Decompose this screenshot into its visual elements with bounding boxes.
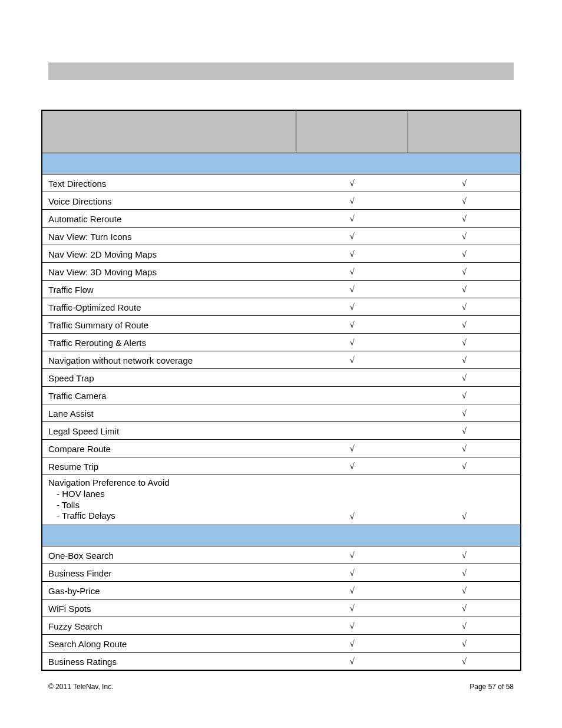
feature-label: Fuzzy Search (48, 621, 103, 631)
feature-table: Text Directions√√Voice Directions√√Autom… (42, 110, 521, 670)
feature-col-a: √ (296, 546, 408, 564)
feature-label: WiFi Spots (48, 604, 91, 614)
footer-page-number: Page 57 of 58 (470, 683, 514, 691)
feature-label-cell: Lane Assist (42, 404, 296, 422)
feature-col-b: √ (408, 387, 521, 404)
feature-col-b: √ (408, 546, 521, 564)
feature-label-cell: Traffic-Optimized Route (42, 298, 296, 316)
feature-label: Navigation Preference to Avoid (48, 477, 170, 487)
table-row: Fuzzy Search√√ (42, 617, 521, 635)
check-icon: √ (350, 604, 355, 613)
page-footer: © 2011 TeleNav, Inc. Page 57 of 58 (48, 683, 514, 691)
feature-sub-label: - Tolls (48, 500, 290, 511)
feature-label: Traffic Flow (48, 285, 94, 295)
feature-col-b: √ (408, 599, 521, 617)
check-icon: √ (350, 551, 355, 560)
feature-col-a: √ (296, 298, 408, 316)
table-row: Voice Directions√√ (42, 192, 521, 210)
table-row: Traffic Flow√√ (42, 281, 521, 298)
check-icon: √ (350, 338, 355, 347)
check-icon: √ (350, 267, 355, 276)
check-icon: √ (462, 621, 467, 631)
header-cell (408, 111, 521, 153)
feature-col-a: √ (296, 617, 408, 635)
feature-col-a (296, 387, 408, 404)
feature-sub-label: - HOV lanes (48, 489, 290, 500)
table-row: Business Finder√√ (42, 564, 521, 582)
feature-col-a: √ (296, 475, 408, 525)
table-row: Resume Trip√√ (42, 457, 521, 475)
feature-col-b: √ (408, 457, 521, 475)
footer-copyright: © 2011 TeleNav, Inc. (48, 683, 113, 691)
table-row: Nav View: 2D Moving Maps√√ (42, 245, 521, 263)
check-icon: √ (350, 355, 355, 365)
feature-label: Resume Trip (48, 462, 98, 472)
header-bar (48, 62, 514, 80)
feature-col-a: √ (296, 192, 408, 210)
check-icon: √ (462, 639, 467, 648)
feature-label-cell: One-Box Search (42, 546, 296, 564)
table-row: One-Box Search√√ (42, 546, 521, 564)
feature-col-b: √ (408, 440, 521, 457)
section-divider (42, 525, 521, 546)
check-icon: √ (462, 320, 467, 330)
feature-label: Business Finder (48, 568, 112, 578)
check-icon: √ (462, 267, 467, 276)
table-row: Traffic Summary of Route√√ (42, 316, 521, 334)
feature-label: Nav View: 2D Moving Maps (48, 249, 157, 259)
feature-label: Traffic Rerouting & Alerts (48, 338, 146, 348)
feature-col-b: √ (408, 281, 521, 298)
feature-col-a (296, 369, 408, 387)
feature-label-cell: Business Finder (42, 564, 296, 582)
check-icon: √ (462, 657, 467, 666)
feature-label-cell: Nav View: Turn Icons (42, 228, 296, 245)
check-icon: √ (462, 551, 467, 560)
feature-label: Nav View: Turn Icons (48, 232, 131, 242)
feature-col-a: √ (296, 599, 408, 617)
feature-label-cell: Traffic Camera (42, 387, 296, 404)
feature-label-cell: Business Ratings (42, 653, 296, 670)
feature-label: Traffic-Optimized Route (48, 302, 141, 312)
feature-label: Business Ratings (48, 657, 117, 667)
check-icon: √ (350, 232, 355, 241)
check-icon: √ (350, 302, 355, 312)
feature-col-a: √ (296, 582, 408, 599)
feature-label-cell: Nav View: 2D Moving Maps (42, 245, 296, 263)
feature-label-cell: Resume Trip (42, 457, 296, 475)
table-row: Traffic Camera√ (42, 387, 521, 404)
feature-col-a: √ (296, 263, 408, 281)
feature-col-a (296, 404, 408, 422)
header-cell (42, 111, 296, 153)
check-icon: √ (462, 285, 467, 294)
feature-col-b: √ (408, 617, 521, 635)
feature-col-b: √ (408, 298, 521, 316)
table-row: Speed Trap√ (42, 369, 521, 387)
feature-col-a: √ (296, 316, 408, 334)
feature-label-cell: Traffic Rerouting & Alerts (42, 334, 296, 351)
feature-label-cell: Automatic Reroute (42, 210, 296, 228)
check-icon: √ (462, 409, 467, 418)
feature-col-b: √ (408, 564, 521, 582)
feature-label-cell: Nav View: 3D Moving Maps (42, 263, 296, 281)
feature-label-cell: Traffic Flow (42, 281, 296, 298)
feature-col-b: √ (408, 351, 521, 369)
feature-label: Traffic Summary of Route (48, 320, 148, 330)
table-row: Traffic Rerouting & Alerts√√ (42, 334, 521, 351)
table-row: Compare Route√√ (42, 440, 521, 457)
check-icon: √ (350, 462, 355, 471)
feature-col-a: √ (296, 457, 408, 475)
feature-label-cell: Voice Directions (42, 192, 296, 210)
feature-label: Automatic Reroute (48, 214, 121, 224)
check-icon: √ (350, 657, 355, 666)
table-row: Legal Speed Limit√ (42, 422, 521, 440)
check-icon: √ (462, 426, 467, 436)
check-icon: √ (462, 568, 467, 578)
check-icon: √ (350, 196, 355, 206)
feature-col-a: √ (296, 174, 408, 192)
feature-col-b: √ (408, 210, 521, 228)
table-row: Automatic Reroute√√ (42, 210, 521, 228)
check-icon: √ (462, 179, 467, 188)
feature-label-multiline: Navigation Preference to Avoid- HOV lane… (48, 475, 290, 522)
section-divider (42, 153, 521, 174)
table-row: Business Ratings√√ (42, 653, 521, 670)
